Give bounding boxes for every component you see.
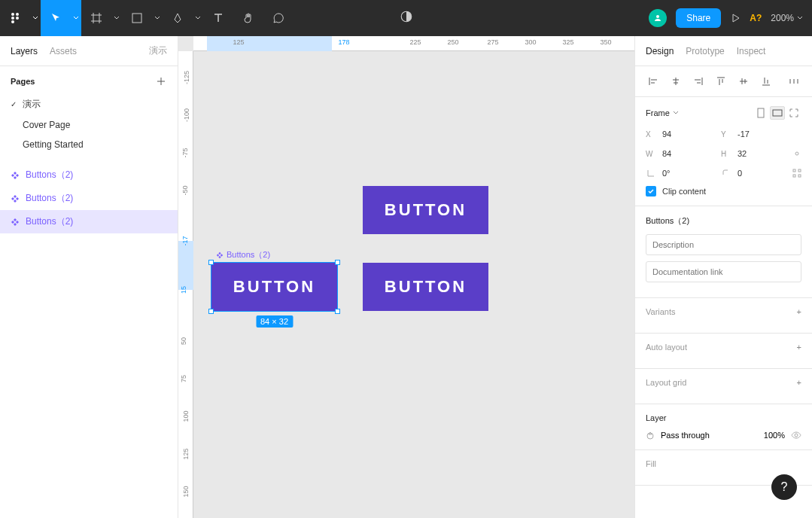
comment-tool-button[interactable]: [263, 0, 293, 36]
blend-mode-select[interactable]: Pass through: [661, 431, 710, 440]
pen-tool-chevron[interactable]: [193, 0, 203, 36]
frame-section: Frame X Y W H: [635, 97, 812, 206]
selection-handle[interactable]: [335, 260, 340, 265]
frame-tool-button[interactable]: [81, 0, 111, 36]
layer-item[interactable]: Buttons（2): [0, 187, 178, 210]
pages-header: Pages: [0, 66, 178, 93]
page-item[interactable]: Cover Page: [0, 115, 178, 135]
selection-handle[interactable]: [335, 309, 340, 314]
align-left-button[interactable]: [646, 74, 661, 89]
align-hcenter-button[interactable]: [668, 74, 683, 89]
distribute-button[interactable]: [786, 74, 801, 89]
canvas-button-element[interactable]: BUTTON: [211, 263, 337, 311]
svg-rect-10: [793, 169, 795, 172]
hand-tool-button[interactable]: [233, 0, 263, 36]
move-tool-chevron[interactable]: [71, 0, 81, 36]
top-toolbar: Share A? 200%: [0, 0, 812, 36]
right-panel: Design Prototype Inspect Frame: [634, 36, 812, 518]
frame-icon: [90, 12, 102, 24]
contrast-icon[interactable]: [400, 10, 413, 23]
tab-layers[interactable]: Layers: [11, 46, 38, 56]
layer-section: Layer Pass through 100%: [635, 404, 812, 450]
align-right-button[interactable]: [691, 74, 706, 89]
dimension-badge: 84 × 32: [256, 315, 293, 328]
clip-content-label: Clip content: [662, 187, 706, 196]
shape-tool-button[interactable]: [122, 0, 152, 36]
svg-rect-12: [793, 175, 795, 177]
svg-rect-5: [132, 14, 141, 23]
frame-tool-chevron[interactable]: [111, 0, 122, 36]
component-icon: [11, 218, 20, 227]
documentation-link-input[interactable]: [646, 261, 801, 282]
layer-item[interactable]: Buttons（2): [0, 163, 178, 187]
figma-logo-icon: [9, 12, 21, 24]
angle-icon: [646, 169, 656, 178]
text-icon: [212, 12, 224, 24]
variants-section: Variants+: [635, 298, 812, 334]
independent-corners-icon[interactable]: [792, 169, 801, 178]
canvas-area[interactable]: 125178225250275300325350 -125-100-75-50-…: [178, 36, 634, 518]
notification-badge[interactable]: A?: [750, 13, 762, 23]
pen-tool-button[interactable]: [163, 0, 193, 36]
svg-rect-13: [798, 175, 801, 177]
add-page-button[interactable]: [155, 75, 167, 87]
svg-rect-2: [11, 17, 14, 20]
corner-radius-input[interactable]: [736, 166, 780, 180]
description-input[interactable]: [646, 234, 801, 255]
canvas-button-element[interactable]: BUTTON: [363, 263, 488, 311]
tab-design[interactable]: Design: [646, 46, 674, 56]
tab-page-dropdown[interactable]: 演示: [149, 44, 167, 57]
orientation-landscape-button[interactable]: [770, 106, 785, 120]
page-item[interactable]: Getting Started: [0, 135, 178, 154]
add-autolayout-button[interactable]: +: [797, 343, 801, 352]
y-input[interactable]: [736, 127, 780, 141]
width-input[interactable]: [661, 147, 704, 160]
orientation-portrait-button[interactable]: [753, 106, 768, 120]
page-item[interactable]: 演示: [0, 93, 178, 115]
clip-content-checkbox[interactable]: [646, 186, 656, 197]
canvas-button-element[interactable]: BUTTON: [363, 186, 488, 234]
selection-handle[interactable]: [208, 309, 214, 314]
selection-handle[interactable]: [208, 260, 214, 265]
opacity-input[interactable]: 100%: [764, 431, 785, 440]
zoom-control[interactable]: 200%: [771, 13, 803, 23]
svg-rect-1: [16, 13, 19, 16]
user-avatar[interactable]: [649, 9, 667, 27]
align-bottom-button[interactable]: [759, 74, 774, 89]
shape-tool-chevron[interactable]: [152, 0, 163, 36]
link-dimensions-icon[interactable]: [792, 149, 801, 158]
main-menu-button[interactable]: [0, 0, 30, 36]
height-input[interactable]: [736, 147, 780, 160]
tab-prototype[interactable]: Prototype: [686, 46, 724, 56]
x-input[interactable]: [661, 127, 704, 141]
add-variant-button[interactable]: +: [797, 307, 801, 316]
tab-inspect[interactable]: Inspect: [737, 46, 766, 56]
rotation-input[interactable]: [661, 166, 704, 180]
text-tool-button[interactable]: [203, 0, 233, 36]
play-icon[interactable]: [730, 13, 741, 23]
svg-rect-0: [11, 13, 14, 16]
svg-rect-4: [11, 20, 14, 23]
layoutgrid-section: Layout grid+: [635, 369, 812, 404]
align-top-button[interactable]: [713, 74, 728, 89]
svg-rect-11: [798, 169, 801, 172]
svg-rect-3: [16, 17, 19, 20]
toolbar-center: [400, 10, 413, 26]
plus-icon: [157, 77, 166, 86]
share-button[interactable]: Share: [676, 8, 721, 28]
ruler-horizontal: 125178225250275300325350: [193, 36, 634, 51]
align-vcenter-button[interactable]: [736, 74, 751, 89]
hand-icon: [242, 12, 254, 24]
main-menu-chevron[interactable]: [30, 0, 41, 36]
move-tool-button[interactable]: [41, 0, 71, 36]
component-icon: [216, 251, 224, 259]
visibility-icon[interactable]: [791, 430, 801, 440]
resize-to-fit-button[interactable]: [786, 106, 801, 120]
align-controls: [635, 66, 812, 97]
help-button[interactable]: ?: [771, 474, 797, 500]
add-layoutgrid-button[interactable]: +: [797, 378, 801, 387]
layer-item[interactable]: Buttons（2): [0, 210, 178, 233]
rectangle-icon: [131, 12, 143, 24]
tab-assets[interactable]: Assets: [50, 46, 77, 56]
chevron-down-icon[interactable]: [673, 110, 679, 116]
